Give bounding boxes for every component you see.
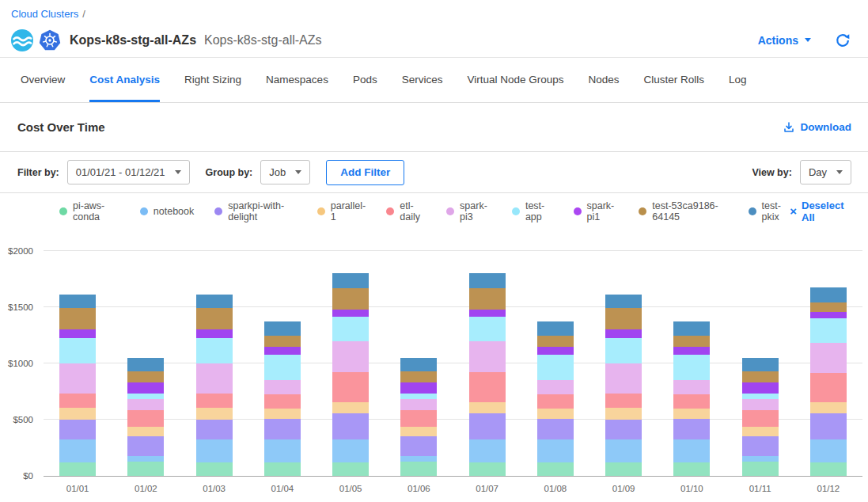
bar-segment-test-app[interactable] (810, 318, 847, 343)
breadcrumb-link[interactable]: Cloud Clusters (11, 8, 78, 20)
legend-item-spark-pi1[interactable]: spark-pi1 (574, 200, 619, 222)
actions-button[interactable]: Actions (758, 34, 811, 47)
deselect-all-button[interactable]: × Deselect All (790, 200, 851, 223)
tab-virtual-node-groups[interactable]: Virtual Node Groups (467, 58, 563, 102)
bar-segment-sparkpi-with-delight[interactable] (469, 413, 506, 439)
bar-segment-test-app[interactable] (469, 317, 506, 341)
tab-namespaces[interactable]: Namespaces (266, 58, 328, 102)
legend-item-sparkpi-with-delight[interactable]: sparkpi-with-delight (214, 200, 297, 222)
stacked-bar-01/02[interactable] (127, 358, 164, 476)
bar-segment-notebook[interactable] (332, 439, 369, 462)
bar-segment-spark-pi3[interactable] (469, 341, 506, 372)
bar-segment-spark-pi1[interactable] (59, 329, 96, 338)
bar-segment-parallel-1[interactable] (673, 409, 710, 419)
bar-segment-test-pkix[interactable] (469, 273, 506, 287)
bar-segment-parallel-1[interactable] (400, 427, 437, 435)
refresh-button[interactable] (835, 32, 851, 48)
bar-segment-etl-daily[interactable] (810, 373, 847, 402)
tab-nodes[interactable]: Nodes (589, 58, 620, 102)
legend-item-pi-aws-conda[interactable]: pi-aws-conda (59, 200, 119, 222)
bar-segment-sparkpi-with-delight[interactable] (742, 436, 779, 457)
stacked-bar-01/07[interactable] (469, 273, 506, 476)
download-button[interactable]: Download (783, 121, 852, 134)
bar-segment-spark-pi3[interactable] (605, 363, 642, 394)
bar-segment-test-pkix[interactable] (332, 273, 369, 287)
bar-segment-test-app[interactable] (537, 355, 574, 380)
bar-segment-spark-pi1[interactable] (127, 382, 164, 393)
bar-segment-test-pkix[interactable] (742, 358, 779, 371)
bar-segment-test-pkix[interactable] (537, 321, 574, 336)
bar-segment-etl-daily[interactable] (605, 394, 642, 408)
bar-segment-test-app[interactable] (400, 394, 437, 399)
bar-segment-test-53ca9186-64145[interactable] (127, 371, 164, 382)
legend-item-spark-pi3[interactable]: spark-pi3 (446, 200, 491, 222)
bar-segment-spark-pi1[interactable] (673, 347, 710, 355)
bar-segment-spark-pi3[interactable] (673, 380, 710, 394)
stacked-bar-01/01[interactable] (59, 295, 96, 476)
bar-segment-etl-daily[interactable] (59, 394, 96, 408)
bar-segment-parallel-1[interactable] (196, 408, 233, 420)
bar-segment-sparkpi-with-delight[interactable] (59, 420, 96, 439)
bar-segment-parallel-1[interactable] (127, 427, 164, 435)
group-by-select[interactable]: Job (260, 160, 310, 184)
bar-segment-pi-aws-conda[interactable] (332, 462, 369, 476)
legend-item-etl-daily[interactable]: etl-daily (386, 200, 426, 222)
bar-segment-sparkpi-with-delight[interactable] (127, 436, 164, 457)
bar-segment-test-pkix[interactable] (127, 358, 164, 371)
bar-segment-test-pkix[interactable] (59, 295, 96, 309)
bar-segment-test-53ca9186-64145[interactable] (59, 308, 96, 329)
bar-segment-parallel-1[interactable] (537, 409, 574, 419)
bar-segment-spark-pi1[interactable] (810, 312, 847, 319)
stacked-bar-01/06[interactable] (400, 358, 437, 476)
tab-cost-analysis[interactable]: Cost Analysis (89, 58, 160, 102)
stacked-bar-01/12[interactable] (810, 287, 847, 476)
bar-segment-pi-aws-conda[interactable] (810, 462, 847, 476)
bar-segment-test-pkix[interactable] (400, 358, 437, 371)
bar-segment-test-app[interactable] (127, 394, 164, 399)
bar-segment-test-app[interactable] (264, 355, 301, 380)
bar-segment-pi-aws-conda[interactable] (469, 462, 506, 476)
tab-pods[interactable]: Pods (353, 58, 377, 102)
stacked-bar-01/10[interactable] (673, 321, 710, 476)
bar-segment-spark-pi1[interactable] (196, 329, 233, 338)
bar-segment-spark-pi3[interactable] (196, 363, 233, 394)
bar-segment-pi-aws-conda[interactable] (742, 462, 779, 476)
bar-segment-test-53ca9186-64145[interactable] (673, 336, 710, 347)
bar-segment-pi-aws-conda[interactable] (537, 462, 574, 476)
bar-segment-pi-aws-conda[interactable] (59, 462, 96, 476)
bar-segment-etl-daily[interactable] (127, 410, 164, 427)
bar-segment-spark-pi1[interactable] (605, 329, 642, 338)
tab-services[interactable]: Services (402, 58, 443, 102)
legend-item-test-53ca9186-64145[interactable]: test-53ca9186-64145 (639, 200, 727, 222)
stacked-bar-01/04[interactable] (264, 321, 301, 476)
bar-segment-sparkpi-with-delight[interactable] (810, 413, 847, 439)
stacked-bar-01/09[interactable] (605, 295, 642, 476)
bar-segment-test-53ca9186-64145[interactable] (400, 371, 437, 382)
bar-segment-etl-daily[interactable] (400, 410, 437, 427)
legend-item-test-pkix[interactable]: test-pkix (749, 200, 790, 222)
bar-segment-pi-aws-conda[interactable] (196, 462, 233, 476)
bar-segment-spark-pi1[interactable] (264, 347, 301, 355)
bar-segment-pi-aws-conda[interactable] (127, 462, 164, 476)
bar-segment-sparkpi-with-delight[interactable] (264, 419, 301, 439)
bar-segment-parallel-1[interactable] (469, 402, 506, 413)
bar-segment-notebook[interactable] (196, 439, 233, 462)
bar-segment-notebook[interactable] (264, 439, 301, 462)
bar-segment-spark-pi1[interactable] (469, 310, 506, 317)
bar-segment-sparkpi-with-delight[interactable] (537, 419, 574, 439)
bar-segment-spark-pi1[interactable] (332, 310, 369, 317)
bar-segment-etl-daily[interactable] (332, 372, 369, 402)
bar-segment-spark-pi3[interactable] (537, 380, 574, 394)
bar-segment-spark-pi3[interactable] (332, 341, 369, 372)
bar-segment-notebook[interactable] (810, 439, 847, 462)
bar-segment-sparkpi-with-delight[interactable] (605, 420, 642, 439)
bar-segment-parallel-1[interactable] (59, 408, 96, 420)
bar-segment-parallel-1[interactable] (742, 427, 779, 435)
bar-segment-test-pkix[interactable] (264, 321, 301, 336)
bar-segment-test-pkix[interactable] (673, 321, 710, 336)
bar-segment-test-53ca9186-64145[interactable] (742, 371, 779, 382)
bar-segment-test-53ca9186-64145[interactable] (196, 308, 233, 329)
bar-segment-spark-pi3[interactable] (742, 399, 779, 410)
bar-segment-notebook[interactable] (673, 439, 710, 462)
bar-segment-etl-daily[interactable] (264, 394, 301, 409)
